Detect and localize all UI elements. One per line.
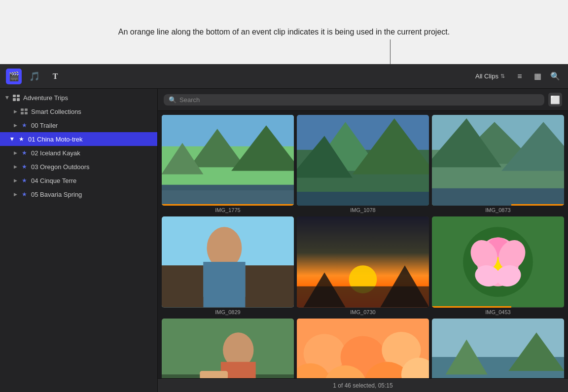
main-content: ▶ Adventure Trips ▶ Smart Collections ▶ … — [0, 89, 568, 392]
02-iceland-star-icon: ★ — [20, 148, 29, 157]
sidebar-item-01-china[interactable]: ▶ ★ 01 China Moto-trek — [0, 132, 157, 146]
grid-view-button[interactable]: ▦ — [531, 70, 544, 83]
clip-item-img0322[interactable]: IMG_0322 — [432, 319, 564, 379]
svg-rect-16 — [297, 192, 429, 206]
title-button[interactable]: T — [47, 69, 63, 84]
clip-item-img0367[interactable]: IMG_0367 — [162, 319, 294, 379]
sidebar-item-smart-collections[interactable]: ▶ Smart Collections — [0, 105, 157, 118]
clip-label-img0873: IMG_0873 — [432, 206, 564, 214]
00-trailer-star-icon: ★ — [20, 121, 29, 130]
toolbar-right: All Clips ⇅ ≡ ▦ 🔍 — [471, 70, 562, 83]
04-cinque-arrow-icon: ▶ — [12, 177, 19, 184]
05-bavaria-label: 05 Bavaria Spring — [31, 191, 82, 198]
adventure-trips-label: Adventure Trips — [23, 94, 68, 102]
all-clips-button[interactable]: All Clips ⇅ — [471, 71, 509, 82]
smart-collections-icon — [20, 107, 29, 116]
toolbar: 🎬 🎵 T All Clips ⇅ ≡ ▦ 🔍 — [0, 64, 568, 89]
02-iceland-arrow-icon: ▶ — [12, 149, 19, 156]
sidebar-item-03-oregon[interactable]: ▶ ★ 03 Oregon Outdoors — [0, 160, 157, 174]
clip-thumb-img-img1775 — [162, 115, 294, 206]
smart-collections-label: Smart Collections — [31, 108, 81, 115]
04-cinque-star-icon: ★ — [20, 176, 29, 185]
svg-rect-46 — [200, 371, 228, 378]
01-china-arrow-icon: ▶ — [9, 136, 16, 143]
svg-rect-60 — [432, 378, 564, 378]
svg-rect-1 — [25, 108, 28, 111]
svg-rect-22 — [432, 188, 564, 206]
sidebar-item-04-cinque[interactable]: ▶ ★ 04 Cinque Terre — [0, 174, 157, 187]
clip-thumb-img0730 — [297, 216, 429, 307]
clip-thumb-img-img0367 — [162, 319, 294, 379]
tooltip-area: An orange line along the bottom of an ev… — [0, 0, 568, 64]
03-oregon-star-icon: ★ — [20, 162, 29, 171]
clip-thumb-img-img0361 — [297, 319, 429, 379]
browser-layout-button[interactable]: ⬜ — [548, 93, 562, 107]
sidebar-item-adventure-trips[interactable]: ▶ Adventure Trips — [0, 91, 157, 105]
search-input[interactable] — [179, 96, 539, 104]
svg-rect-55 — [297, 319, 429, 379]
browser-header: 🔍 ⬜ — [158, 89, 568, 111]
music-icon: 🎵 — [29, 71, 40, 82]
clip-item-img0829[interactable]: IMG_0829 — [162, 216, 294, 315]
status-text: 1 of 46 selected, 05:15 — [333, 382, 392, 389]
clip-label-img0730: IMG_0730 — [297, 308, 429, 316]
05-bavaria-arrow-icon: ▶ — [12, 191, 19, 198]
clip-item-img1775[interactable]: IMG_1775 — [162, 115, 294, 214]
grid-view-icon: ▦ — [534, 71, 541, 81]
all-clips-label: All Clips — [475, 72, 498, 80]
search-box[interactable]: 🔍 — [164, 94, 544, 106]
clip-item-img0730[interactable]: IMG_0730 — [297, 216, 429, 315]
list-view-button[interactable]: ≡ — [513, 70, 527, 83]
clip-thumb-img1078 — [297, 115, 429, 206]
clip-thumb-img0829 — [162, 216, 294, 307]
app-container: 🎬 🎵 T All Clips ⇅ ≡ ▦ 🔍 — [0, 64, 568, 392]
01-china-label: 01 China Moto-trek — [28, 136, 83, 143]
clip-label-img1775: IMG_1775 — [162, 206, 294, 214]
clip-thumb-img-img0453 — [432, 216, 564, 307]
search-button[interactable]: 🔍 — [548, 70, 562, 83]
sidebar: ▶ Adventure Trips ▶ Smart Collections ▶ … — [0, 89, 158, 392]
music-button[interactable]: 🎵 — [27, 69, 42, 84]
clip-thumb-img-img0322 — [432, 319, 564, 379]
01-china-star-icon: ★ — [17, 135, 26, 143]
clip-item-img0453[interactable]: IMG_0453 — [432, 216, 564, 315]
clip-label-img0453: IMG_0453 — [432, 308, 564, 316]
03-oregon-label: 03 Oregon Outdoors — [31, 163, 90, 171]
sidebar-item-00-trailer[interactable]: ▶ ★ 00 Trailer — [0, 118, 157, 132]
clip-thumb-img0453 — [432, 216, 564, 307]
clip-item-img1078[interactable]: IMG_1078 — [297, 115, 429, 214]
smart-collections-arrow-icon: ▶ — [12, 108, 19, 115]
clip-thumb-img0367 — [162, 319, 294, 379]
svg-rect-0 — [21, 108, 24, 111]
tooltip-text: An orange line along the bottom of an ev… — [118, 26, 450, 38]
00-trailer-label: 00 Trailer — [31, 122, 58, 129]
title-icon: T — [53, 72, 58, 81]
adventure-trips-arrow-icon: ▶ — [4, 94, 11, 101]
clip-thumb-img-img0873 — [432, 115, 564, 206]
search-box-icon: 🔍 — [169, 96, 177, 104]
clip-thumb-img0873 — [432, 115, 564, 206]
clip-label-img1078: IMG_1078 — [297, 206, 429, 214]
toolbar-left: 🎬 🎵 T — [6, 69, 63, 84]
sidebar-item-05-bavaria[interactable]: ▶ ★ 05 Bavaria Spring — [0, 187, 157, 201]
search-icon: 🔍 — [550, 71, 560, 81]
00-trailer-arrow-icon: ▶ — [12, 122, 19, 129]
svg-rect-3 — [25, 112, 28, 114]
clip-thumb-img-img1078 — [297, 115, 429, 206]
clip-thumb-img1775 — [162, 115, 294, 206]
clip-item-img0361[interactable]: IMG_0361 — [297, 319, 429, 379]
sidebar-item-02-iceland[interactable]: ▶ ★ 02 Iceland Kayak — [0, 146, 157, 160]
02-iceland-label: 02 Iceland Kayak — [31, 149, 80, 157]
clip-thumb-img0322 — [432, 319, 564, 379]
clip-thumb-img-img0829 — [162, 216, 294, 307]
clip-item-img0873[interactable]: IMG_0873 — [432, 115, 564, 214]
orange-bar-img0873 — [511, 204, 564, 206]
orange-bar-img1775 — [162, 204, 294, 206]
browser-layout-icon: ⬜ — [550, 95, 560, 105]
clip-label-img0829: IMG_0829 — [162, 308, 294, 316]
adventure-trips-icon — [12, 93, 21, 102]
status-bar: 1 of 46 selected, 05:15 — [158, 378, 568, 392]
film-star-button[interactable]: 🎬 — [6, 69, 22, 84]
clip-grid: IMG_1775 — [158, 111, 568, 378]
clip-thumb-img0361 — [297, 319, 429, 379]
